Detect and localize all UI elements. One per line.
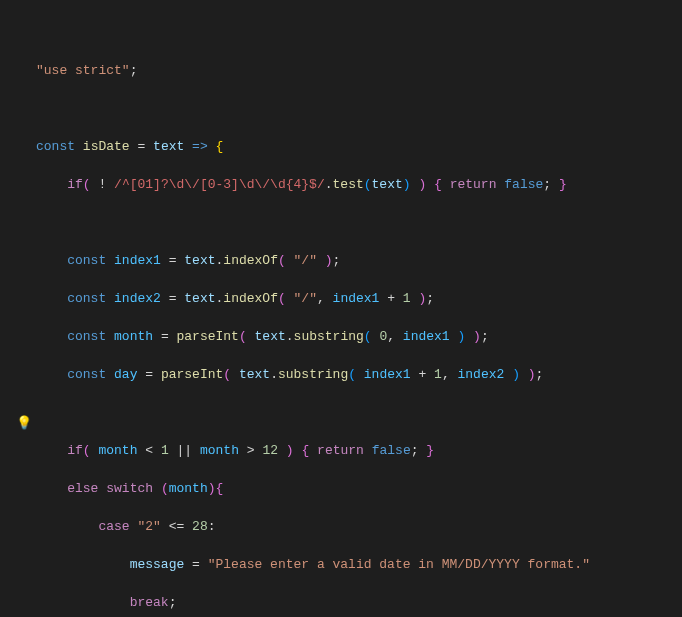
code-line[interactable]: const isDate = text => {: [36, 137, 682, 156]
code-line[interactable]: const index2 = text.indexOf( "/", index1…: [36, 289, 682, 308]
code-line[interactable]: [36, 403, 682, 422]
code-line[interactable]: [36, 99, 682, 118]
lightbulb-icon[interactable]: 💡: [16, 414, 32, 433]
code-line[interactable]: const index1 = text.indexOf( "/" );: [36, 251, 682, 270]
code-editor[interactable]: "use strict"; const isDate = text => { i…: [0, 0, 682, 617]
regex-literal: /^[01]?\d\/[0-3]\d\/\d{4}$/: [114, 177, 325, 192]
code-line[interactable]: case "2" <= 28:: [36, 517, 682, 536]
code-line[interactable]: if( ! /^[01]?\d\/[0-3]\d\/\d{4}$/.test(t…: [36, 175, 682, 194]
string-literal: "use strict": [36, 63, 130, 78]
code-line[interactable]: message = "Please enter a valid date in …: [36, 555, 682, 574]
code-line[interactable]: [36, 213, 682, 232]
code-line[interactable]: break;: [36, 593, 682, 612]
code-line[interactable]: if( month < 1 || month > 12 ) { return f…: [36, 441, 682, 460]
code-line[interactable]: [36, 23, 682, 42]
code-line[interactable]: "use strict";: [36, 61, 682, 80]
code-line[interactable]: const day = parseInt( text.substring( in…: [36, 365, 682, 384]
code-line[interactable]: else switch (month){: [36, 479, 682, 498]
code-line[interactable]: const month = parseInt( text.substring( …: [36, 327, 682, 346]
